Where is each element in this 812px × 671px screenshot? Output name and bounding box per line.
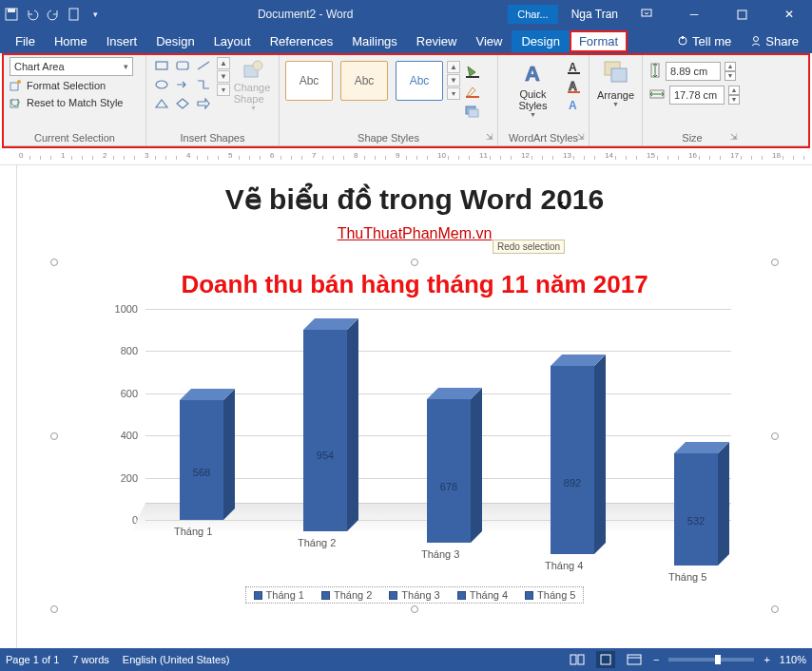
chart-bar[interactable]: 954	[303, 330, 347, 531]
chart-legend[interactable]: Tháng 1Tháng 2Tháng 3Tháng 4Tháng 5	[245, 586, 585, 604]
shape-styles-launcher-icon[interactable]: ⇲	[484, 132, 495, 144]
svg-line-13	[198, 62, 209, 69]
chart-bar[interactable]: 568	[180, 400, 223, 520]
width-spinner[interactable]: ▲▼	[728, 86, 740, 105]
shape-rounded-icon[interactable]	[173, 57, 192, 74]
shape-effects-icon[interactable]	[464, 103, 481, 120]
group-label-shape-styles: Shape Styles	[285, 130, 492, 145]
zoom-in-icon[interactable]: +	[764, 654, 769, 665]
svg-point-7	[754, 37, 759, 42]
width-value: 17.78 cm	[674, 89, 717, 101]
group-current-selection: Chart Area Format Selection Reset to Mat…	[4, 55, 146, 145]
tab-layout[interactable]: Layout	[204, 30, 261, 52]
cursor-icon: ↖	[557, 198, 569, 213]
qat-more-icon[interactable]: ▾	[87, 7, 103, 22]
chart-canvas: 02004006008001000 568 954 678 892 532 Th…	[107, 309, 731, 552]
legend-item[interactable]: Tháng 4	[457, 589, 508, 601]
height-spinner[interactable]: ▲▼	[725, 62, 736, 81]
legend-item[interactable]: Tháng 2	[321, 589, 372, 601]
format-selection-button[interactable]: Format Selection	[10, 78, 140, 93]
text-effects-icon[interactable]: A	[566, 97, 583, 114]
tab-references[interactable]: References	[261, 30, 342, 52]
ribbon-display-icon[interactable]	[628, 0, 666, 29]
tab-home[interactable]: Home	[45, 30, 97, 52]
shape-arrow-icon[interactable]	[173, 76, 192, 93]
height-input[interactable]: 8.89 cm	[666, 62, 721, 81]
tab-insert[interactable]: Insert	[97, 30, 147, 52]
tab-file[interactable]: File	[6, 30, 45, 52]
tab-chart-design[interactable]: Design	[512, 30, 569, 52]
ribbon-highlight: Chart Area Format Selection Reset to Mat…	[2, 53, 810, 148]
zoom-level[interactable]: 110%	[780, 654, 806, 665]
read-mode-icon[interactable]	[568, 651, 587, 668]
wordart-A-icon: A	[520, 59, 547, 89]
web-layout-icon[interactable]	[625, 651, 644, 668]
chart-title[interactable]: Doanh thu bán hàng tháng 11 năm 2017	[60, 270, 769, 299]
shape-outline-icon[interactable]	[464, 83, 481, 100]
reset-style-button[interactable]: Reset to Match Style	[10, 95, 140, 110]
group-insert-shapes: ▲▼▾ Change Shape▼ Insert Shapes	[146, 55, 280, 145]
document-link[interactable]: ThuThuatPhanMem.vn	[338, 225, 493, 241]
new-doc-icon[interactable]	[67, 7, 82, 22]
legend-item[interactable]: Tháng 3	[389, 589, 439, 601]
group-arrange: Arrange▼	[590, 55, 643, 145]
shape-oval-icon[interactable]	[152, 76, 171, 93]
shape-elbow-icon[interactable]	[194, 76, 213, 93]
tab-chart-format[interactable]: Format	[570, 30, 628, 52]
redo-icon[interactable]	[46, 7, 61, 22]
text-fill-icon[interactable]: A	[566, 59, 583, 76]
shapes-gallery[interactable]	[152, 57, 213, 112]
quick-styles-button[interactable]: A Quick Styles▼	[504, 57, 562, 118]
arrange-button[interactable]: Arrange▼	[595, 57, 636, 108]
tab-design[interactable]: Design	[146, 30, 203, 52]
user-name[interactable]: Nga Tran	[571, 8, 618, 21]
legend-item[interactable]: Tháng 5	[525, 589, 575, 601]
tab-review[interactable]: Review	[407, 30, 467, 52]
tell-me[interactable]: Tell me	[669, 30, 739, 52]
shape-fill-icon[interactable]	[464, 63, 481, 80]
chart-object[interactable]: Doanh thu bán hàng tháng 11 năm 2017 020…	[53, 261, 776, 610]
maximize-icon[interactable]	[723, 0, 761, 29]
close-icon[interactable]: ✕	[770, 0, 808, 29]
ruler-horizontal[interactable]: 0123456789101112131415161718	[0, 148, 812, 165]
svg-rect-12	[177, 62, 188, 69]
format-selection-icon	[10, 79, 23, 92]
zoom-slider[interactable]	[668, 658, 754, 661]
zoom-out-icon[interactable]: −	[653, 654, 659, 665]
share-button[interactable]: Share	[743, 30, 806, 52]
group-label-size: Size	[648, 130, 736, 145]
svg-rect-3	[642, 10, 651, 16]
save-icon[interactable]	[4, 7, 19, 22]
shape-diamond-icon[interactable]	[173, 95, 192, 112]
size-launcher-icon[interactable]: ⇲	[728, 132, 740, 144]
print-layout-icon[interactable]	[596, 651, 615, 668]
ribbon-tabs: File Home Insert Design Layout Reference…	[0, 29, 812, 53]
shape-triangle-icon[interactable]	[152, 95, 171, 112]
legend-item[interactable]: Tháng 1	[254, 589, 304, 601]
ribbon: Chart Area Format Selection Reset to Mat…	[4, 55, 808, 146]
shapes-scroll[interactable]: ▲▼▾	[217, 57, 230, 96]
width-input[interactable]: 17.78 cm	[669, 86, 725, 105]
shape-rect-icon[interactable]	[152, 57, 171, 74]
wordart-launcher-icon[interactable]: ⇲	[575, 132, 587, 144]
shape-style-1[interactable]: Abc	[285, 61, 333, 101]
document-heading[interactable]: Vẽ biểu đồ trong Word 2016	[51, 182, 778, 216]
svg-text:A: A	[525, 62, 540, 86]
minimize-icon[interactable]: ─	[675, 0, 713, 29]
tab-mailings[interactable]: Mailings	[342, 30, 407, 52]
text-outline-icon[interactable]: A	[566, 78, 583, 95]
svg-point-9	[17, 80, 21, 84]
status-words[interactable]: 7 words	[72, 654, 109, 665]
shape-arrow2-icon[interactable]	[194, 95, 213, 112]
status-lang[interactable]: English (United States)	[123, 654, 230, 665]
undo-icon[interactable]	[25, 7, 40, 22]
style-scroll[interactable]: ▲▼▾	[447, 61, 460, 100]
tab-view[interactable]: View	[466, 30, 512, 52]
shape-style-3[interactable]: Abc	[396, 61, 443, 101]
ruler-vertical[interactable]	[0, 165, 17, 660]
chart-element-dropdown[interactable]: Chart Area	[10, 57, 133, 76]
shape-style-gallery[interactable]: Abc Abc Abc	[285, 61, 443, 101]
status-page[interactable]: Page 1 of 1	[6, 654, 59, 665]
shape-style-2[interactable]: Abc	[340, 61, 388, 101]
shape-line-icon[interactable]	[194, 57, 213, 74]
